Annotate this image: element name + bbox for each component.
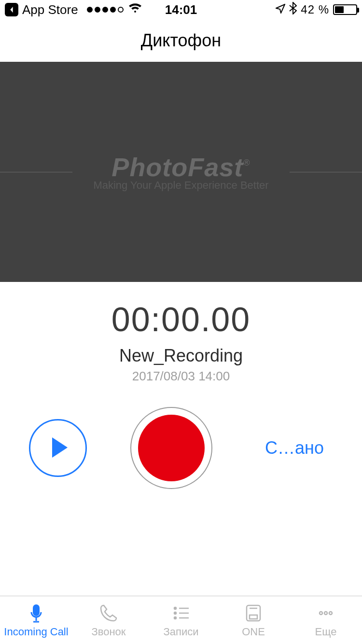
brand-registered: ® (243, 158, 250, 168)
play-icon (46, 436, 70, 460)
location-icon (276, 3, 285, 16)
svg-point-11 (329, 612, 332, 615)
tab-incoming-call[interactable]: Incoming Call (0, 596, 72, 644)
device-icon (243, 602, 264, 624)
bluetooth-icon (289, 2, 297, 17)
list-icon (170, 602, 192, 624)
svg-point-2 (174, 617, 176, 619)
back-to-app-store[interactable]: App Store (5, 2, 78, 17)
phone-icon (98, 602, 119, 624)
battery-icon (333, 4, 357, 15)
recording-meta: 00:00.00 New_Recording 2017/08/03 14:00 (0, 282, 362, 384)
recording-name: New_Recording (0, 346, 362, 366)
recording-date: 2017/08/03 14:00 (0, 369, 362, 384)
tab-call[interactable]: Звонок (72, 596, 145, 644)
tab-label: ONE (242, 626, 265, 638)
more-icon (315, 602, 336, 624)
tab-label: Еще (315, 626, 337, 638)
tab-label: Звонок (92, 626, 126, 638)
recorder-controls: С…ано (0, 407, 362, 489)
waveform-area: PhotoFast® Making Your Apple Experience … (0, 62, 362, 282)
play-button[interactable] (29, 419, 87, 477)
tab-label: Записи (163, 626, 198, 638)
page-title: Диктофон (0, 19, 362, 62)
signal-strength-icon (87, 7, 124, 13)
tab-one[interactable]: ONE (217, 596, 290, 644)
back-app-label: App Store (22, 2, 78, 17)
svg-point-9 (320, 612, 322, 615)
microphone-icon (26, 602, 47, 624)
back-chevron-icon (5, 3, 18, 16)
brand-logo: PhotoFast® (111, 152, 250, 182)
brand-name: PhotoFast (111, 153, 243, 182)
record-icon (138, 415, 205, 481)
status-bar: App Store 14:01 42 % (0, 0, 362, 19)
wifi-icon (128, 3, 142, 16)
svg-point-0 (174, 607, 176, 609)
svg-point-10 (324, 612, 327, 615)
tab-records[interactable]: Записи (145, 596, 217, 644)
tab-bar: Incoming Call Звонок Записи ONE Еще (0, 596, 362, 644)
recording-timer: 00:00.00 (0, 300, 362, 339)
done-button[interactable]: С…ано (256, 438, 333, 458)
tab-label: Incoming Call (4, 626, 68, 638)
svg-point-1 (174, 612, 176, 614)
tab-more[interactable]: Еще (290, 596, 362, 644)
record-button[interactable] (130, 407, 212, 489)
svg-rect-7 (250, 615, 257, 619)
battery-percent: 42 % (301, 3, 329, 16)
